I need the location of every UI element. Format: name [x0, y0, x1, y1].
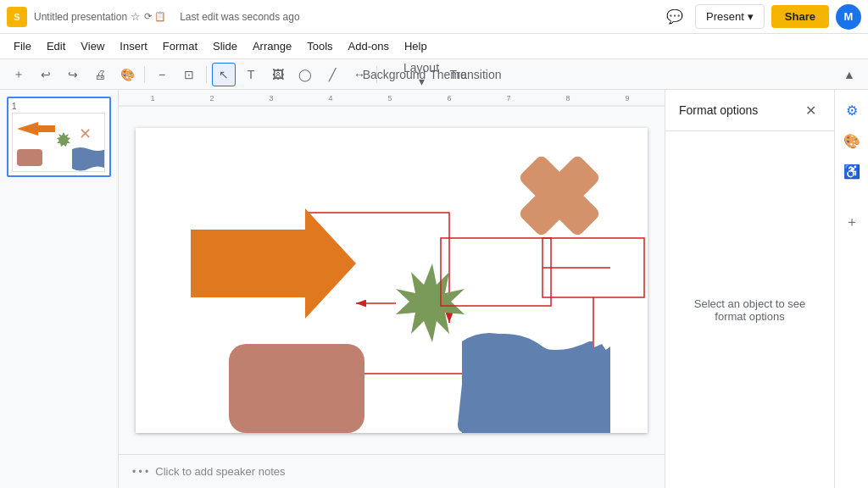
separator	[144, 66, 145, 83]
hide-controls-button[interactable]: ▲	[837, 63, 861, 86]
accessibility-icon[interactable]: ♿	[838, 158, 865, 185]
redo-button[interactable]: ↪	[61, 63, 85, 86]
menu-insert[interactable]: Insert	[113, 36, 154, 56]
title-area: Untitled presentation ☆ ⟳ 📋	[34, 10, 166, 23]
format-panel-body: Select an object to see format options	[665, 131, 834, 488]
main-content: 1 ✕	[0, 90, 868, 488]
menu-file[interactable]: File	[7, 36, 38, 56]
menu-arrange[interactable]: Arrange	[246, 36, 298, 56]
background-button[interactable]: Background	[382, 63, 406, 86]
slide-canvas[interactable]	[136, 128, 648, 433]
chevron-down-icon: ▾	[748, 10, 754, 23]
svg-marker-20	[396, 263, 465, 342]
format-options-icon[interactable]: ⚙	[838, 97, 865, 124]
slide-panel: 1 ✕	[0, 90, 119, 488]
menu-slide[interactable]: Slide	[206, 36, 244, 56]
canvas-area: // Ruler ticks rendered inline 1 2 3 4 5…	[119, 90, 665, 488]
transition-button[interactable]: Transition	[464, 63, 487, 86]
present-button[interactable]: Present ▾	[695, 4, 765, 29]
svg-text:✕: ✕	[79, 125, 92, 142]
format-close-button[interactable]: ✕	[800, 100, 821, 120]
star-icon[interactable]: ☆	[131, 10, 141, 23]
svg-text:S: S	[14, 12, 19, 22]
notes-area[interactable]: • • • Click to add speaker notes	[119, 454, 665, 488]
side-panel-icons: ⚙ 🎨 ♿ ＋	[834, 90, 868, 488]
zoom-out-button[interactable]: −	[150, 63, 174, 86]
svg-marker-19	[191, 208, 356, 319]
add-panel-icon[interactable]: ＋	[838, 208, 865, 236]
image-tool[interactable]: 🖼	[266, 63, 290, 86]
format-hint-text: Select an object to see format options	[679, 297, 821, 323]
app-icon: S	[7, 7, 27, 27]
slide-thumbnail[interactable]: 1 ✕	[7, 97, 111, 177]
new-slide-button[interactable]: ＋	[7, 63, 31, 86]
cursor-tool[interactable]: ↖	[212, 63, 236, 86]
last-edit-text: Last edit was seconds ago	[180, 11, 299, 23]
paint-button[interactable]: 🎨	[115, 63, 139, 86]
comments-icon[interactable]: 💬	[661, 3, 688, 30]
format-panel-header: Format options ✕	[665, 90, 834, 131]
theme-icon[interactable]: 🎨	[838, 127, 865, 154]
svg-text:3: 3	[269, 94, 273, 103]
undo-button[interactable]: ↩	[34, 63, 58, 86]
svg-rect-25	[441, 238, 551, 306]
notes-placeholder[interactable]: Click to add speaker notes	[155, 465, 285, 478]
svg-rect-5	[17, 149, 42, 166]
format-panel-title: Format options	[679, 103, 800, 117]
svg-text:1: 1	[150, 94, 154, 103]
menu-help[interactable]: Help	[398, 36, 434, 56]
share-button[interactable]: Share	[771, 5, 829, 28]
history-icons: ⟳ 📋	[144, 11, 166, 22]
shape-tool[interactable]: ◯	[293, 63, 317, 86]
top-right-actions: 💬 Present ▾ Share M	[661, 3, 861, 30]
menu-bar: File Edit View Insert Format Slide Arran…	[0, 34, 868, 59]
add-notes-dots: • • •	[132, 466, 148, 478]
document-title: Untitled presentation ☆ ⟳ 📋	[34, 10, 166, 23]
svg-marker-2	[17, 122, 55, 136]
svg-text:4: 4	[328, 94, 332, 103]
svg-text:7: 7	[506, 94, 510, 103]
print-button[interactable]: 🖨	[88, 63, 112, 86]
slide-container[interactable]	[119, 107, 665, 454]
line-tool[interactable]: ╱	[320, 63, 344, 86]
text-tool[interactable]: T	[239, 63, 263, 86]
zoom-fit-button[interactable]: ⊡	[177, 63, 201, 86]
menu-addons[interactable]: Add-ons	[342, 36, 396, 56]
separator	[206, 66, 207, 83]
svg-text:8: 8	[565, 94, 570, 103]
thumb-content: ✕	[12, 113, 105, 172]
avatar[interactable]: M	[836, 4, 861, 30]
menu-format[interactable]: Format	[156, 36, 204, 56]
svg-marker-3	[57, 132, 70, 147]
slide-number: 1	[12, 102, 106, 111]
ruler-top: // Ruler ticks rendered inline 1 2 3 4 5…	[119, 90, 665, 107]
menu-view[interactable]: View	[74, 36, 111, 56]
svg-rect-23	[229, 344, 364, 433]
format-options-panel: Format options ✕ Select an object to see…	[665, 90, 834, 488]
svg-text:6: 6	[447, 94, 451, 103]
toolbar: ＋ ↩ ↪ 🖨 🎨 − ⊡ ↖ T 🖼 ◯ ╱ ↔ Background Lay…	[0, 59, 868, 90]
title-bar: S Untitled presentation ☆ ⟳ 📋 Last edit …	[0, 0, 868, 34]
menu-edit[interactable]: Edit	[40, 36, 72, 56]
menu-tools[interactable]: Tools	[300, 36, 339, 56]
svg-text:5: 5	[387, 94, 392, 103]
svg-text:2: 2	[209, 94, 214, 103]
svg-text:9: 9	[625, 94, 629, 103]
